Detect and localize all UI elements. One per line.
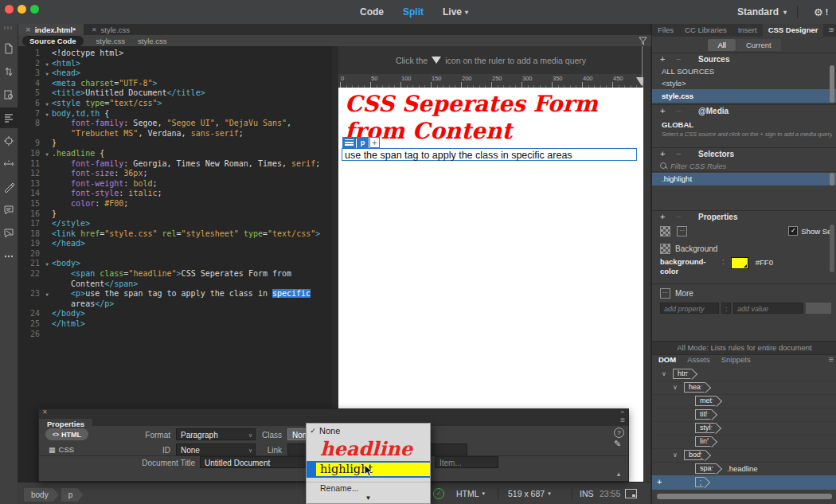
doc-type-dropdown[interactable]: HTML ▾ xyxy=(456,483,485,504)
live-code-icon[interactable] xyxy=(0,84,18,105)
format-source-icon[interactable] xyxy=(0,107,18,128)
window-size-dropdown[interactable]: 519 x 687 ▾ xyxy=(508,483,551,504)
comments-icon[interactable] xyxy=(0,200,18,221)
add-media-button[interactable]: + xyxy=(660,106,665,115)
dropdown-item-highlight[interactable]: highlight xyxy=(307,461,430,478)
media-scope[interactable]: GLOBAL xyxy=(652,119,836,131)
edit-pencil-icon[interactable]: ✎ xyxy=(614,439,621,449)
view-mode-live[interactable]: Live▾ xyxy=(443,6,468,18)
add-row-button[interactable] xyxy=(806,303,831,314)
help-icon[interactable]: ? xyxy=(614,428,624,438)
expand-caret-icon[interactable]: ∨ xyxy=(662,370,666,377)
panel-tab-files[interactable]: Files xyxy=(652,24,679,37)
add-element-button[interactable]: + xyxy=(369,137,380,148)
selector-filter[interactable]: Filter CSS Rules xyxy=(652,160,836,172)
toggle-current[interactable]: Current xyxy=(736,39,781,51)
add-property-button[interactable]: + xyxy=(660,212,665,221)
dom-node-span[interactable]: span.headline xyxy=(652,462,836,476)
add-value-input[interactable]: add value xyxy=(733,303,803,314)
collapse-icon[interactable]: « xyxy=(621,408,624,416)
workspace-switcher[interactable]: Standard ▾ xyxy=(737,0,787,24)
code-fold-icon[interactable]: ▼ xyxy=(42,59,52,69)
more-options-icon[interactable] xyxy=(0,246,18,267)
property-value[interactable]: #FF0 xyxy=(756,257,773,276)
dom-node-p[interactable]: +p xyxy=(652,475,836,490)
dropdown-scroll-down-icon[interactable]: ▼ xyxy=(307,494,430,502)
code-fold-icon[interactable]: ▼ xyxy=(42,99,52,109)
tag-crumb-p[interactable]: p xyxy=(61,488,84,502)
document-tab-index-html-[interactable]: ✕index.html* xyxy=(18,24,84,35)
dom-tab-assets[interactable]: Assets xyxy=(687,354,710,366)
edit-tools-icon[interactable] xyxy=(0,177,18,197)
preview-ruler[interactable]: 050100150200250300350400450500 xyxy=(338,74,643,88)
element-tag-badge[interactable]: p xyxy=(357,137,369,148)
dom-node-html[interactable]: ∨html xyxy=(652,367,836,381)
document-tab-style-css[interactable]: ✕style.css xyxy=(84,24,138,35)
minimize-window-button[interactable] xyxy=(18,5,26,14)
add-source-button[interactable]: + xyxy=(660,54,665,64)
properties-scrollbar[interactable] xyxy=(830,225,834,272)
zoom-window-button[interactable] xyxy=(30,5,39,14)
dropdown-item-headline[interactable]: headline xyxy=(307,437,430,461)
preview-headline[interactable]: CSS Seperates Form from Content xyxy=(345,91,623,145)
close-icon[interactable]: ✕ xyxy=(42,408,48,416)
selected-paragraph[interactable]: use the span tag to apply the class in s… xyxy=(342,148,637,161)
source-item-2[interactable]: style.css xyxy=(652,89,836,103)
code-fold-icon[interactable]: ▼ xyxy=(42,109,52,119)
expand-caret-icon[interactable]: ∨ xyxy=(673,384,678,391)
dropdown-item-none[interactable]: ✓None xyxy=(307,424,430,437)
inspect-mode-icon[interactable] xyxy=(0,131,18,151)
code-fold-icon[interactable]: ▼ xyxy=(42,68,52,79)
more-category-icon[interactable]: ⋯ xyxy=(677,226,687,236)
dom-node-meta[interactable]: meta xyxy=(652,394,836,408)
color-swatch[interactable] xyxy=(731,257,748,269)
properties-menu-icon[interactable]: ≡ xyxy=(620,416,625,424)
preview-in-browser-button[interactable] xyxy=(625,483,637,504)
toggle-all[interactable]: All xyxy=(708,39,736,51)
view-mode-code[interactable]: Code xyxy=(360,6,384,18)
code-fold-icon[interactable]: ▼ xyxy=(42,259,52,269)
code-fold-icon[interactable]: ▼ xyxy=(42,149,52,159)
source-item-1[interactable]: <style> xyxy=(652,77,836,89)
remove-selector-button[interactable]: − xyxy=(676,149,681,158)
element-menu-button[interactable] xyxy=(342,137,356,148)
close-window-button[interactable] xyxy=(5,5,14,14)
lint-status[interactable]: ✓ xyxy=(433,483,444,504)
add-dom-element-button[interactable]: + xyxy=(657,477,662,486)
dom-tab-dom[interactable]: DOM xyxy=(658,354,676,366)
code-annotation-icon[interactable] xyxy=(0,223,18,244)
css-mode-button[interactable]: ▦ CSS xyxy=(49,443,74,455)
related-file-0[interactable]: Source Code xyxy=(22,36,84,46)
panel-tab-insert[interactable]: Insert xyxy=(732,24,763,37)
remove-media-button[interactable]: − xyxy=(676,106,681,115)
add-property-input[interactable]: add property xyxy=(660,303,719,314)
open-document-icon[interactable] xyxy=(0,38,18,59)
selectors-scrollbar[interactable] xyxy=(830,173,834,186)
close-tab-icon[interactable]: ✕ xyxy=(25,26,31,33)
expand-caret-icon[interactable]: ∨ xyxy=(673,451,678,459)
close-tab-icon[interactable]: ✕ xyxy=(92,26,97,33)
related-file-1[interactable]: style.css xyxy=(96,37,125,45)
show-set-toggle[interactable]: ✓ Show Set xyxy=(788,226,834,236)
dom-node-body[interactable]: ∨body xyxy=(652,448,836,463)
dom-horizontal-scrollbar[interactable] xyxy=(657,494,832,499)
settings-button[interactable]: ⚙! xyxy=(814,0,828,24)
dom-panel-menu-icon[interactable]: ≡ xyxy=(829,354,834,364)
selector-item-0[interactable]: .highlight xyxy=(652,173,836,186)
item-input[interactable]: Item... xyxy=(435,456,498,468)
source-item-0[interactable]: ALL SOURCES xyxy=(652,65,836,77)
file-sync-icon[interactable] xyxy=(0,61,18,82)
dom-node-link[interactable]: link xyxy=(652,435,836,449)
resize-constrain-icon[interactable] xyxy=(0,154,18,174)
tag-crumb-body[interactable]: body xyxy=(24,488,59,502)
remove-property-button[interactable]: − xyxy=(676,212,681,221)
code-fold-icon[interactable]: ▼ xyxy=(42,289,52,299)
panel-tab-cc-libraries[interactable]: CC Libraries xyxy=(679,24,732,37)
background-category-icon[interactable] xyxy=(660,226,670,236)
dom-tab-snippets[interactable]: Snippets xyxy=(721,354,751,366)
remove-source-button[interactable]: − xyxy=(676,54,681,64)
collapse-panels-icon[interactable]: » xyxy=(830,25,834,33)
dom-node-title[interactable]: title xyxy=(652,408,836,422)
view-mode-split[interactable]: Split xyxy=(403,6,424,18)
dom-node-head[interactable]: ∨head xyxy=(652,381,836,395)
